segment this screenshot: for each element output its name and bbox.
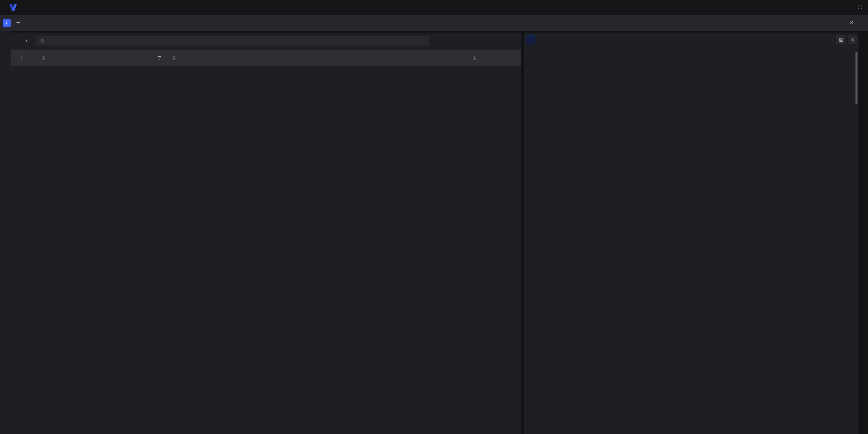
file-table-header	[11, 50, 521, 66]
new-connection-button[interactable]	[3, 19, 11, 27]
select-all-checkbox[interactable]	[21, 55, 22, 61]
top-bar	[0, 0, 868, 15]
close-panel-button[interactable]	[849, 20, 854, 26]
file-editor-panel	[524, 33, 859, 434]
code-editor[interactable]	[524, 48, 859, 434]
explorer-toolbar	[11, 35, 521, 47]
save-button[interactable]	[836, 35, 846, 44]
app-root	[0, 0, 868, 434]
editor-file-tab[interactable]	[527, 35, 535, 44]
sort-name[interactable]	[42, 56, 45, 60]
editor-header	[524, 33, 859, 48]
terminal-tab-bar	[0, 15, 868, 31]
right-icon-rail	[859, 15, 868, 434]
close-icon	[850, 37, 855, 42]
file-table	[11, 50, 521, 434]
fullscreen-icon[interactable]	[857, 4, 863, 11]
main-area	[0, 31, 868, 434]
editor-scrollbar[interactable]	[855, 52, 857, 104]
close-icon	[849, 20, 854, 25]
left-icon-rail	[0, 31, 11, 434]
back-button[interactable]	[21, 36, 32, 45]
sftp-file-explorer	[11, 33, 521, 434]
orion-visor-logo-icon	[9, 3, 18, 12]
chevron-left-icon	[24, 38, 29, 43]
add-tab-button[interactable]	[16, 20, 21, 26]
editor-actions	[836, 35, 857, 44]
brand	[0, 3, 21, 12]
close-editor-button[interactable]	[848, 35, 857, 44]
filter-funnel-icon[interactable]	[157, 56, 162, 60]
plus-icon	[4, 21, 9, 25]
sort-mtime[interactable]	[473, 56, 476, 60]
plus-icon	[16, 20, 21, 25]
sort-size[interactable]	[173, 56, 175, 60]
save-icon	[839, 37, 844, 42]
breadcrumb[interactable]	[36, 36, 429, 45]
list-icon	[40, 38, 44, 43]
